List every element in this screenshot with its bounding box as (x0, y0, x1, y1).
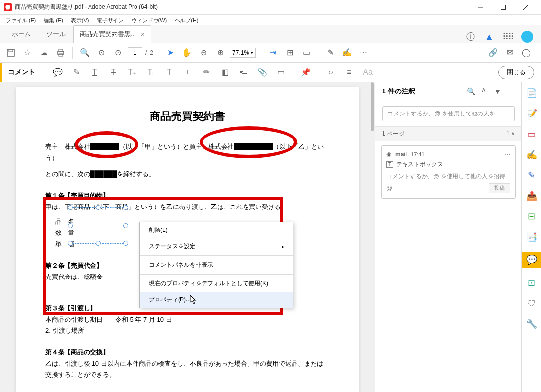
line-icon[interactable]: ≡ (341, 66, 358, 79)
menu-esign[interactable]: 電子サイン (93, 17, 128, 24)
apps-icon[interactable]: ⠿⠿ (503, 32, 513, 42)
comment-rail-icon[interactable]: 💬 (522, 252, 541, 268)
attach-icon[interactable]: 📎 (254, 66, 270, 79)
zoom-in-icon[interactable]: ⊕ (213, 46, 227, 60)
comment-page-header[interactable]: 1 ページ 1 ∨ (375, 126, 521, 141)
author-icon: ◉ (386, 151, 391, 158)
annotation-card[interactable]: ◉ mail 17:41 ⋯ T テキストボックス コメントするか、@ を使用し… (381, 145, 516, 199)
organize-icon[interactable]: ▭ (526, 128, 538, 140)
profile-icon[interactable]: ◯ (519, 46, 533, 60)
menu-file[interactable]: ファイル (F) (2, 17, 40, 24)
resize-handle[interactable] (123, 205, 128, 210)
reply-placeholder[interactable]: コメントするか、@ を使用して他の人を招待 (386, 173, 510, 180)
doc-section1-title: 第１条【売買目的物】 (45, 190, 329, 201)
text-replace-icon[interactable]: T₊ (124, 66, 140, 79)
underline-icon[interactable]: T (87, 66, 103, 79)
tab-tools[interactable]: ツール (39, 26, 73, 43)
post-button[interactable]: 投稿 (489, 183, 510, 193)
comment-toolbar-label: コメント (4, 68, 41, 77)
selection-box[interactable] (70, 207, 126, 244)
doc-section3-body-a: 本商品の引渡し期日 令和 5 年 7 月 10 日 (45, 314, 329, 325)
compare-icon[interactable]: ⊟ (526, 210, 538, 222)
sort-icon[interactable]: A↓ (482, 87, 488, 96)
read-mode-icon[interactable]: ▭ (299, 46, 313, 60)
context-default-prop[interactable]: 現在のプロパティをデフォルトとして使用(K) (140, 276, 293, 292)
menu-help[interactable]: ヘルプ(H) (171, 17, 202, 24)
resize-handle[interactable] (68, 223, 73, 228)
edit-icon[interactable]: ✎ (323, 46, 337, 60)
resize-handle[interactable] (123, 223, 128, 228)
close-comment-button[interactable]: 閉じる (498, 66, 534, 79)
sign-icon[interactable]: ✍ (340, 46, 354, 60)
more-options-icon[interactable]: ⋯ (507, 87, 515, 96)
tools-rail-icon[interactable]: 🔧 (526, 318, 538, 330)
tab-document[interactable]: 商品売買契約書黒... × (73, 25, 151, 43)
protect-rail-icon[interactable]: 🛡 (526, 298, 538, 309)
maximize-button[interactable] (492, 0, 515, 15)
color-icon[interactable]: ○ (322, 66, 339, 79)
export-rail-icon[interactable]: 📤 (526, 190, 538, 202)
link-icon[interactable]: 🔗 (486, 46, 500, 60)
menu-view[interactable]: 表示(V) (67, 17, 93, 24)
scan-rail-icon[interactable]: ⊡ (526, 277, 538, 289)
eraser-icon[interactable]: ◧ (217, 66, 233, 79)
pin-icon[interactable]: 📌 (297, 66, 314, 79)
fit-page-icon[interactable]: ⊞ (283, 46, 296, 60)
pointer-icon[interactable]: ➤ (163, 46, 177, 60)
stamp-icon[interactable]: 🏷 (235, 66, 252, 79)
zoom-out-icon[interactable]: ⊖ (197, 46, 210, 60)
highlight-icon[interactable]: ✎ (68, 66, 85, 79)
combine-icon[interactable]: 📑 (526, 231, 538, 243)
print-icon[interactable] (54, 46, 68, 60)
edit-pdf-icon[interactable]: 📝 (526, 108, 538, 119)
menu-window[interactable]: ウィンドウ(W) (128, 17, 171, 24)
annotation-menu-icon[interactable]: ⋯ (504, 151, 510, 158)
star-icon[interactable]: ☆ (21, 46, 34, 60)
user-avatar[interactable] (521, 31, 533, 43)
text-insert-icon[interactable]: Tᵢ (142, 66, 159, 79)
redact-rail-icon[interactable]: ✎ (526, 169, 538, 181)
help-icon[interactable]: ⓘ (466, 32, 475, 42)
sign-rail-icon[interactable]: ✍ (526, 149, 538, 161)
fit-width-icon[interactable]: ⇥ (266, 46, 280, 60)
font-icon[interactable]: Aa (360, 66, 376, 79)
zoom-select[interactable]: 77.1% ▾ (230, 48, 256, 58)
context-status[interactable]: ステータスを設定▸ (140, 238, 293, 254)
context-hide-panel[interactable]: コメントパネルを非表示 (140, 257, 293, 273)
bell-icon[interactable]: ▲ (484, 32, 494, 42)
text-icon[interactable]: T (161, 66, 178, 79)
tab-close-icon[interactable]: × (141, 30, 145, 38)
filter-icon[interactable]: ▼ (494, 87, 501, 96)
search-comments-icon[interactable]: 🔍 (467, 87, 476, 96)
resize-handle[interactable] (68, 205, 73, 210)
comments-panel-title: 1 件の注釈 (382, 87, 415, 96)
resize-handle[interactable] (96, 205, 101, 210)
right-tool-rail: 📄 📝 ▭ ✍ ✎ 📤 ⊟ 📑 💬 ⊡ 🛡 🔧 (521, 82, 541, 392)
menu-edit[interactable]: 編集 (E) (40, 17, 67, 24)
page-up-icon[interactable]: ⊙ (94, 46, 108, 60)
resize-handle[interactable] (96, 241, 101, 246)
resize-handle[interactable] (68, 241, 73, 246)
scrollbar-thumb[interactable] (371, 82, 374, 131)
close-window-button[interactable] (515, 0, 537, 15)
strikethrough-icon[interactable]: T (105, 66, 122, 79)
comment-input[interactable]: コメントするか、@ を使用して他の人を... (382, 106, 515, 121)
sticky-note-icon[interactable]: 💬 (49, 66, 66, 79)
minimize-button[interactable] (470, 0, 492, 15)
context-properties[interactable]: プロパティ(P)... (140, 292, 293, 308)
hand-icon[interactable]: ✋ (180, 46, 194, 60)
more-icon[interactable]: ⋯ (357, 46, 370, 60)
textbox-icon[interactable]: T (180, 66, 196, 79)
resize-handle[interactable] (123, 241, 128, 246)
cloud-icon[interactable]: ☁ (37, 46, 51, 60)
mail-icon[interactable]: ✉ (503, 46, 517, 60)
page-down-icon[interactable]: ⊙ (111, 46, 125, 60)
pencil-icon[interactable]: ✏ (198, 66, 215, 79)
create-pdf-icon[interactable]: 📄 (526, 87, 538, 99)
page-number-input[interactable] (128, 47, 142, 58)
save-icon[interactable] (4, 46, 18, 60)
context-delete[interactable]: 削除(L) (140, 222, 293, 238)
shapes-icon[interactable]: ▭ (272, 66, 289, 79)
search-icon[interactable]: 🔍 (78, 46, 91, 60)
tab-home[interactable]: ホーム (4, 26, 39, 43)
